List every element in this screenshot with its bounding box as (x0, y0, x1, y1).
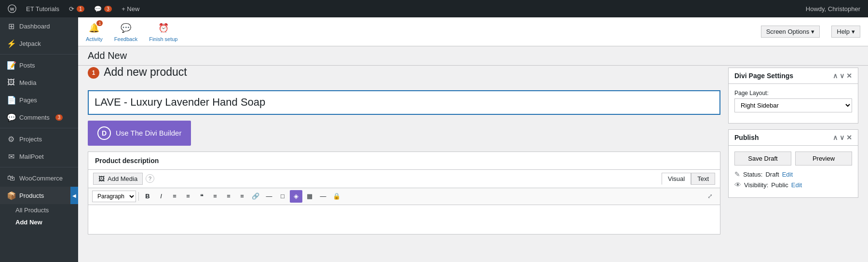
sidebar-item-products[interactable]: 📦 Products ◀ (0, 187, 78, 204)
sidebar-item-label: Posts (19, 62, 35, 69)
bold-btn[interactable]: B (141, 190, 154, 203)
dashboard-icon: ⊞ (7, 22, 15, 31)
pub-arrow-up-icon[interactable]: ∧ (833, 134, 838, 141)
sidebar-item-label: Jetpack (19, 40, 41, 47)
arrow-up-icon[interactable]: ∧ (833, 72, 838, 80)
horizontal-rule-btn[interactable]: — (263, 190, 275, 203)
lock-icon: 🔒 (333, 193, 340, 200)
help-btn[interactable]: Help ▾ (831, 26, 860, 38)
visual-text-tabs: Visual Text (662, 173, 715, 185)
screen-options-btn[interactable]: Screen Options ▾ (761, 26, 820, 38)
activity-btn[interactable]: 🔔 1 Activity (86, 21, 103, 42)
page-layout-field: Page Layout: Right Sidebar (734, 90, 852, 112)
bold-icon: B (145, 193, 149, 200)
sidebar-item-mailpoet[interactable]: ✉ MailPoet (0, 148, 78, 165)
link-btn[interactable]: 🔗 (249, 190, 262, 203)
visual-tab-btn[interactable]: Visual (662, 173, 691, 185)
sidebar-item-media[interactable]: 🖼 Media (0, 74, 78, 91)
align-right-btn[interactable]: ≡ (236, 190, 248, 203)
blockquote-btn[interactable]: ❝ (195, 190, 208, 203)
unordered-list-btn[interactable]: ≡ (168, 190, 181, 203)
finish-setup-icon: ⏰ (158, 23, 169, 33)
sidebar-sub-all-products[interactable]: All Products (0, 204, 78, 216)
feedback-btn[interactable]: 💬 Feedback (114, 21, 137, 42)
link-icon: 🔗 (252, 193, 259, 200)
main-content: 🔔 1 Activity 💬 Feedback ⏰ Finish setup S… (78, 17, 868, 262)
comments-btn[interactable]: 💬 3 (90, 0, 116, 17)
updates-btn[interactable]: ⟳ 1 (65, 0, 88, 17)
sidebar-item-comments[interactable]: 💬 Comments 3 (0, 109, 78, 126)
sidebar-item-jetpack[interactable]: ⚡ Jetpack (0, 35, 78, 52)
visibility-edit-link[interactable]: Edit (791, 181, 802, 189)
editor-main: 1 Add new product D Use The Divi Builder (88, 66, 720, 252)
publish-buttons-row: Save Draft Preview (734, 152, 852, 165)
save-draft-label: Save Draft (748, 155, 777, 162)
read-more-btn[interactable]: □ (276, 190, 289, 203)
woocommerce-icon: 🛍 (7, 174, 15, 182)
strikethrough-btn[interactable]: — (317, 190, 329, 203)
divi-editor-icon: ◈ (294, 193, 298, 200)
sidebar-item-projects[interactable]: ⚙ Projects (0, 130, 78, 148)
align-center-btn[interactable]: ≡ (222, 190, 235, 203)
collapse-arrow-icon: ◀ (70, 187, 78, 204)
pub-arrow-down-icon[interactable]: ∨ (840, 134, 844, 141)
editor-content-area[interactable] (88, 205, 720, 234)
sidebar-sub-add-new[interactable]: Add New (0, 216, 78, 228)
add-media-btn[interactable]: 🖼 Add Media (93, 173, 143, 185)
products-icon: 📦 (7, 191, 15, 200)
divi-page-settings-header[interactable]: Divi Page Settings ∧ ∨ ✕ (729, 68, 858, 84)
strikethrough-icon: — (320, 193, 326, 200)
visibility-icon: 👁 (734, 181, 741, 189)
sidebar-item-pages[interactable]: 📄 Pages (0, 91, 78, 109)
sidebar-item-label: Projects (19, 136, 42, 143)
table-btn[interactable]: ▦ (303, 190, 316, 203)
paragraph-select[interactable]: Paragraph (92, 191, 136, 202)
divi-editor-btn[interactable]: ◈ (290, 190, 302, 203)
sidebar-item-label: WooCommerce (19, 175, 63, 182)
help-label: Help (837, 28, 850, 35)
product-title-input[interactable] (88, 90, 720, 115)
help-small-btn[interactable]: ? (146, 174, 154, 183)
desc-section-title: Product description (95, 157, 159, 165)
ol-icon: ≡ (186, 193, 190, 200)
preview-btn[interactable]: Preview (795, 152, 852, 165)
new-content-btn[interactable]: + New (118, 0, 143, 17)
top-toolbar: 🔔 1 Activity 💬 Feedback ⏰ Finish setup S… (78, 17, 868, 46)
screen-options-arrow-icon: ▾ (811, 28, 814, 35)
divi-builder-btn[interactable]: D Use The Divi Builder (88, 121, 191, 146)
fullscreen-icon: ⤢ (707, 193, 713, 200)
text-tab-btn[interactable]: Text (691, 173, 715, 185)
arrow-down-icon[interactable]: ∨ (840, 72, 844, 80)
lock-btn[interactable]: 🔒 (330, 190, 343, 203)
feedback-label: Feedback (114, 36, 137, 42)
ordered-list-btn[interactable]: ≡ (182, 190, 194, 203)
wp-logo-btn[interactable]: W (4, 0, 20, 17)
comments-icon: 💬 (94, 5, 102, 13)
finish-setup-btn[interactable]: ⏰ Finish setup (149, 21, 177, 42)
page-layout-select[interactable]: Right Sidebar (734, 98, 852, 112)
site-name-btn[interactable]: ET Tutorials (22, 0, 63, 17)
publish-arrows: ∧ ∨ ✕ (833, 134, 852, 141)
sidebar-item-posts[interactable]: 📝 Posts (0, 56, 78, 74)
sidebar-item-woocommerce[interactable]: 🛍 WooCommerce (0, 169, 78, 187)
collapse-icon[interactable]: ✕ (846, 72, 852, 80)
fullscreen-btn[interactable]: ⤢ (704, 190, 716, 203)
mailpoet-icon: ✉ (7, 152, 15, 161)
add-media-label: Add Media (108, 175, 137, 182)
status-edit-link[interactable]: Edit (782, 171, 793, 178)
comments-icon: 💬 (7, 113, 15, 122)
page-h1-text: Add new product (104, 66, 187, 78)
save-draft-btn[interactable]: Save Draft (734, 152, 791, 165)
italic-btn[interactable]: I (155, 190, 167, 203)
finish-setup-label: Finish setup (149, 36, 177, 42)
status-value: Draft (765, 171, 779, 178)
help-arrow-icon: ▾ (852, 28, 855, 35)
align-left-btn[interactable]: ≡ (209, 190, 221, 203)
pub-collapse-icon[interactable]: ✕ (846, 134, 852, 141)
divi-icon-label: D (102, 129, 107, 137)
publish-header[interactable]: Publish ∧ ∨ ✕ (729, 130, 858, 146)
updates-icon: ⟳ (69, 5, 74, 13)
right-sidebar: Divi Page Settings ∧ ∨ ✕ Page Layout: Ri… (728, 66, 858, 252)
sidebar-item-dashboard[interactable]: ⊞ Dashboard (0, 17, 78, 35)
visual-tab-label: Visual (668, 175, 685, 182)
